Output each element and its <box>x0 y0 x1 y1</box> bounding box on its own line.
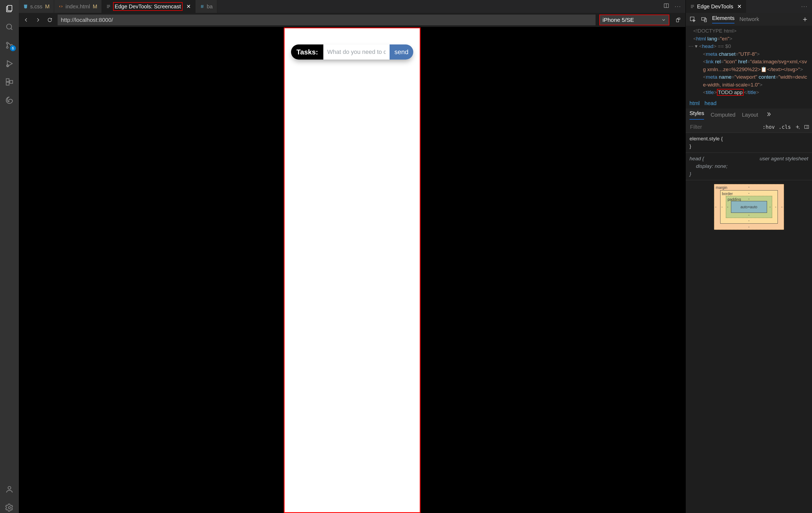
svg-point-3 <box>6 47 8 48</box>
styles-filter-row: :hov .cls <box>686 122 812 133</box>
reload-icon[interactable] <box>46 16 54 24</box>
cls-toggle[interactable]: .cls <box>779 124 791 130</box>
svg-rect-6 <box>6 79 9 82</box>
box-model: margin ---- border ---- padding ---- aut… <box>686 180 812 513</box>
tab-bas[interactable]: ba <box>196 0 217 13</box>
devtools-panel: Edge DevTools ✕ ··· Elements Network <!D… <box>686 0 812 513</box>
settings-gear-icon[interactable] <box>4 502 15 513</box>
new-style-rule-icon[interactable] <box>795 124 800 130</box>
styles-filter-input[interactable] <box>690 124 759 130</box>
close-icon[interactable]: ✕ <box>737 3 742 10</box>
toggle-sidebar-icon[interactable] <box>804 124 809 130</box>
nav-back-icon[interactable] <box>22 16 30 24</box>
tab-edge-devtools[interactable]: Edge DevTools ✕ <box>686 0 746 13</box>
rotate-icon[interactable] <box>674 16 682 24</box>
tab-label: s.css <box>30 3 42 10</box>
search-icon[interactable] <box>4 22 15 32</box>
hash-icon <box>200 4 205 9</box>
hov-toggle[interactable]: :hov <box>762 124 775 130</box>
styles-tab[interactable]: Styles <box>690 110 704 119</box>
svg-point-10 <box>8 507 10 509</box>
inspect-element-icon[interactable] <box>690 16 696 23</box>
network-tab[interactable]: Network <box>739 16 759 22</box>
svg-rect-15 <box>702 18 705 20</box>
nav-forward-icon[interactable] <box>34 16 42 24</box>
svg-rect-7 <box>6 82 9 85</box>
svg-rect-17 <box>805 125 809 129</box>
dom-tree[interactable]: <!DOCTYPE html> <html lang="en"> ⋯ ▾ <he… <box>686 26 812 98</box>
task-input[interactable] <box>323 45 389 59</box>
html-file-icon <box>58 4 63 9</box>
crumb-head[interactable]: head <box>704 100 717 106</box>
tab-label: ba <box>207 3 213 10</box>
svg-point-1 <box>6 24 11 29</box>
box-model-content: auto×auto <box>731 201 767 213</box>
svg-point-2 <box>6 42 8 44</box>
screencast-icon <box>106 4 111 9</box>
tab-css[interactable]: s.css M <box>19 0 54 13</box>
svg-rect-0 <box>7 5 12 11</box>
svg-rect-8 <box>10 81 13 83</box>
devtools-icon <box>690 4 695 9</box>
elements-tab[interactable]: Elements <box>712 15 734 23</box>
run-debug-icon[interactable] <box>4 58 15 69</box>
modified-indicator: M <box>93 3 97 10</box>
source-control-icon[interactable]: 6 <box>4 40 15 51</box>
tab-screencast[interactable]: Edge DevTools: Screencast ✕ <box>102 0 196 13</box>
layout-tab[interactable]: Layout <box>742 112 758 118</box>
dom-breadcrumb: html head <box>686 98 812 109</box>
device-name: iPhone 5/SE <box>603 17 634 23</box>
tab-label: index.html <box>65 3 90 10</box>
more-tabs-icon[interactable] <box>766 111 772 118</box>
devtools-tab-row: Edge DevTools ✕ ··· <box>686 0 812 13</box>
screencast-viewport: Tasks: send <box>19 27 686 513</box>
split-editor-icon[interactable] <box>663 3 669 10</box>
scm-badge: 6 <box>10 45 16 51</box>
editor-tabs: s.css M index.html M Edge DevTools: Scre… <box>19 0 686 13</box>
svg-point-5 <box>6 65 9 67</box>
css-file-icon <box>23 4 28 9</box>
more-actions-icon[interactable]: ··· <box>801 3 808 10</box>
add-tab-icon[interactable] <box>802 16 808 23</box>
crumb-html[interactable]: html <box>690 100 700 106</box>
send-button[interactable]: send <box>389 45 413 59</box>
css-rule-head[interactable]: head {user agent stylesheet display: non… <box>686 153 812 181</box>
more-actions-icon[interactable]: ··· <box>675 3 681 10</box>
svg-point-9 <box>8 486 11 489</box>
account-icon[interactable] <box>4 484 15 495</box>
close-icon[interactable]: ✕ <box>186 3 191 10</box>
screencast-toolbar: iPhone 5/SE <box>19 13 686 27</box>
css-rule-element-style[interactable]: element.style { } <box>686 133 812 153</box>
highlight-screencast: Edge DevTools: Screencast <box>113 2 182 11</box>
todo-input-pill: Tasks: send <box>291 45 413 59</box>
explorer-icon[interactable] <box>4 3 15 14</box>
devtools-toolstrip: Elements Network <box>686 13 812 26</box>
extensions-icon[interactable] <box>4 77 15 87</box>
styles-subtabs: Styles Computed Layout <box>686 109 812 122</box>
chevron-down-icon <box>661 18 666 22</box>
svg-rect-14 <box>690 17 694 21</box>
device-emulation-select[interactable]: iPhone 5/SE <box>599 15 669 25</box>
device-toolbar-icon[interactable] <box>701 16 707 23</box>
activity-bar: 6 <box>0 0 19 513</box>
emulated-device-frame: Tasks: send <box>284 27 420 513</box>
computed-tab[interactable]: Computed <box>710 112 735 118</box>
tab-index-html[interactable]: index.html M <box>54 0 102 13</box>
edge-icon[interactable] <box>4 95 15 106</box>
url-input[interactable] <box>58 15 596 25</box>
tasks-label: Tasks: <box>291 45 323 59</box>
modified-indicator: M <box>45 3 50 10</box>
